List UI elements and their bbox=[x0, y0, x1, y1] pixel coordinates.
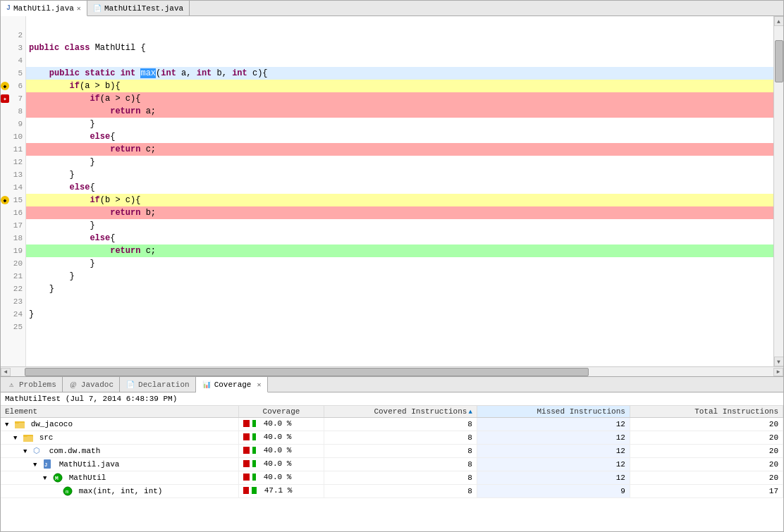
covered-cell: 8 bbox=[324, 445, 477, 458]
col-total[interactable]: Total Instructions bbox=[630, 406, 783, 418]
code-line-21: } bbox=[26, 270, 773, 283]
java-file-icon: J bbox=[43, 459, 53, 469]
line-numbers: 2 3 4 5 ◆ 6 ✦ 7 8 9 10 11 12 13 14 bbox=[1, 16, 26, 366]
scroll-thumb[interactable] bbox=[775, 40, 783, 82]
code-area[interactable]: public class MathUtil { public static in… bbox=[26, 16, 773, 366]
ln-23: 23 bbox=[1, 295, 25, 308]
ln-13: 13 bbox=[1, 168, 25, 181]
breakpoint-7: ✦ bbox=[1, 94, 9, 103]
col-covered[interactable]: Covered Instructions▲ bbox=[324, 406, 477, 418]
ln-11: 11 bbox=[1, 143, 25, 156]
table-row[interactable]: ▼ src 40.0 % 8 bbox=[1, 431, 783, 445]
vertical-scrollbar[interactable]: ▲ ▼ bbox=[773, 16, 783, 366]
ln-4: 4 bbox=[1, 54, 25, 67]
kw-return3: return bbox=[110, 208, 140, 218]
src-folder-icon bbox=[23, 433, 33, 443]
code-line-3: public class MathUtil { bbox=[26, 42, 773, 54]
svg-rect-5 bbox=[23, 435, 27, 437]
tab-close-icon[interactable]: ✕ bbox=[77, 4, 81, 13]
scroll-down-arrow[interactable]: ▼ bbox=[774, 357, 784, 366]
coverage-bar: 40.0 % bbox=[243, 446, 291, 454]
tab-bar: J MathUtil.java ✕ 📄 MathUtilTest.java bbox=[1, 1, 783, 16]
ln-16: 16 bbox=[1, 206, 25, 219]
expand-icon[interactable]: ▼ bbox=[43, 475, 47, 482]
missed-cell: 12 bbox=[477, 471, 630, 485]
total-cell: 20 bbox=[630, 458, 783, 471]
breakpoint-15: ◆ bbox=[1, 196, 9, 204]
element-name: src bbox=[39, 433, 54, 442]
covered-cell: 8 bbox=[324, 431, 477, 445]
missed-cell: 12 bbox=[477, 445, 630, 458]
tab-declaration[interactable]: 📄 Declaration bbox=[120, 377, 196, 392]
scroll-h-thumb[interactable] bbox=[25, 368, 589, 376]
ln-10: 10 bbox=[1, 130, 25, 143]
table-row[interactable]: ▼ J MathUtil.java 40.0 % bbox=[1, 458, 783, 471]
coverage-cell: 40.0 % bbox=[239, 431, 324, 445]
coverage-icon: 📊 bbox=[202, 380, 212, 390]
table-row[interactable]: ▼ ⬡ com.dw.math 40.0 % 8 12 20 bbox=[1, 445, 783, 458]
col-coverage[interactable]: Coverage bbox=[239, 406, 324, 418]
kw-return1: return bbox=[110, 106, 140, 116]
kw-public: public bbox=[29, 43, 59, 53]
table-row[interactable]: ▼ dw_jacoco 40.0 % 8 bbox=[1, 418, 783, 431]
ln-6: ◆ 6 bbox=[1, 80, 25, 92]
main-layout: J MathUtil.java ✕ 📄 MathUtilTest.java 2 … bbox=[0, 0, 784, 532]
svg-text:m: m bbox=[66, 489, 68, 495]
javadoc-icon: @ bbox=[68, 380, 78, 390]
ln-21: 21 bbox=[1, 270, 25, 283]
coverage-table[interactable]: Element Coverage Covered Instructions▲ M… bbox=[1, 406, 783, 531]
expand-icon[interactable]: ▼ bbox=[33, 462, 37, 469]
tab-mathutiltest-java[interactable]: 📄 MathUtilTest.java bbox=[87, 1, 190, 16]
method-icon: m bbox=[63, 486, 73, 496]
total-cell: 20 bbox=[630, 471, 783, 485]
coverage-bar: 40.0 % bbox=[243, 419, 291, 428]
scroll-right-arrow[interactable]: ► bbox=[773, 368, 783, 376]
element-cell: ▼ ⬡ com.dw.math bbox=[1, 445, 239, 458]
code-line-9: } bbox=[26, 118, 773, 130]
tab-label: MathUtil.java bbox=[13, 4, 74, 13]
code-line-2 bbox=[26, 29, 773, 42]
tab-coverage[interactable]: 📊 Coverage ✕ bbox=[196, 377, 268, 392]
bar-red3 bbox=[243, 447, 250, 454]
col-element[interactable]: Element bbox=[1, 406, 239, 418]
element-cell: ▼ m max(int, int, int) bbox=[1, 485, 239, 498]
expand-icon[interactable]: ▼ bbox=[23, 448, 27, 455]
code-line-18: else{ bbox=[26, 232, 773, 245]
kw-else3: else bbox=[90, 233, 110, 243]
missed-cell: 9 bbox=[477, 485, 630, 498]
svg-rect-4 bbox=[23, 436, 33, 442]
element-cell: ▼ dw_jacoco bbox=[1, 418, 239, 431]
code-line-4 bbox=[26, 54, 773, 67]
bottom-panel: ⚠ Problems @ Javadoc 📄 Declaration 📊 Cov… bbox=[0, 377, 784, 532]
tab-javadoc[interactable]: @ Javadoc bbox=[63, 377, 120, 392]
tab-problems[interactable]: ⚠ Problems bbox=[1, 377, 63, 392]
tab-mathutil-java[interactable]: J MathUtil.java ✕ bbox=[1, 1, 87, 16]
covered-cell: 8 bbox=[324, 418, 477, 431]
bar-red4 bbox=[243, 460, 250, 467]
scroll-left-arrow[interactable]: ◄ bbox=[1, 368, 11, 376]
covered-cell: 8 bbox=[324, 458, 477, 471]
code-line-7: if(a > c){ bbox=[26, 92, 773, 105]
table-row[interactable]: ▼ m max(int, int, int) 47.1 % bbox=[1, 485, 783, 498]
bottom-tabs: ⚠ Problems @ Javadoc 📄 Declaration 📊 Cov… bbox=[1, 377, 783, 392]
kw-else1: else bbox=[90, 132, 110, 142]
col-missed[interactable]: Missed Instructions bbox=[477, 406, 630, 418]
element-name: MathUtil.java bbox=[59, 460, 120, 469]
ln-5: 5 bbox=[1, 67, 25, 80]
class-icon: M bbox=[53, 473, 63, 483]
kw-return4: return bbox=[110, 246, 140, 256]
scroll-up-arrow[interactable]: ▲ bbox=[774, 16, 784, 26]
selected-max: max bbox=[140, 68, 156, 78]
bar-red2 bbox=[243, 433, 250, 440]
expand-icon[interactable]: ▼ bbox=[5, 421, 8, 428]
kw-int: int bbox=[121, 68, 136, 78]
kw-return2: return bbox=[110, 144, 140, 154]
expand-icon[interactable]: ▼ bbox=[13, 435, 17, 442]
table-row[interactable]: ▼ M MathUtil 40.0 % 8 bbox=[1, 471, 783, 485]
horizontal-scrollbar[interactable]: ◄ ► bbox=[1, 366, 783, 376]
tab-problems-label: Problems bbox=[19, 381, 56, 389]
missed-cell: 12 bbox=[477, 418, 630, 431]
coverage-close-icon[interactable]: ✕ bbox=[257, 381, 261, 389]
covered-cell: 8 bbox=[324, 485, 477, 498]
coverage-bar: 40.0 % bbox=[243, 433, 291, 441]
